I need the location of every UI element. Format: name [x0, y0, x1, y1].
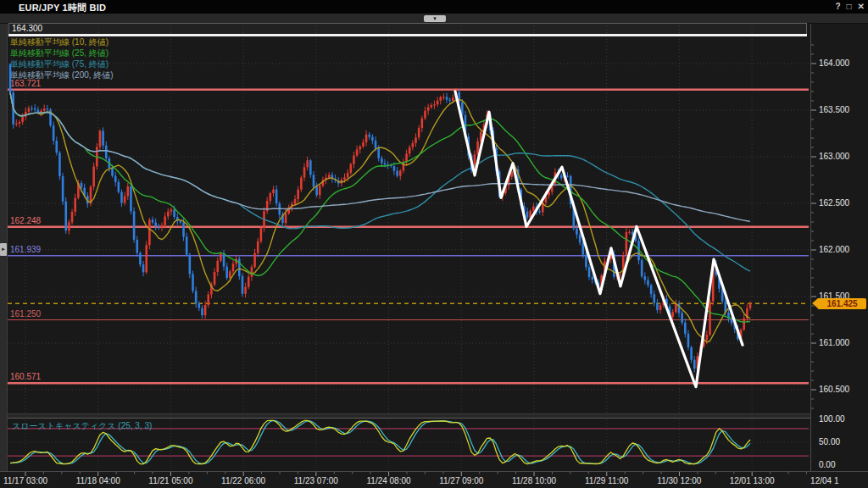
candle [192, 274, 194, 291]
candle [173, 209, 175, 217]
candle [270, 193, 272, 201]
candle [300, 178, 303, 190]
price-line-label-160.571: 160.571 [10, 373, 41, 381]
selected-line-box[interactable]: 164.300 [8, 23, 807, 35]
candle [225, 267, 228, 278]
candle [641, 260, 643, 276]
candle [120, 192, 123, 203]
legend-item-ma10[interactable]: 単純移動平均線 (10, 終値) [10, 37, 108, 47]
candle [731, 319, 733, 323]
candle [223, 253, 225, 266]
maximize-button[interactable]: □ [847, 1, 852, 13]
toolbar-collapse-button[interactable]: ▾ [424, 15, 446, 22]
horizontal-line-164-300[interactable] [8, 34, 807, 36]
candle [21, 117, 24, 122]
candle [687, 334, 690, 347]
candle [285, 214, 287, 223]
candle [114, 176, 117, 182]
candle [260, 228, 263, 241]
candle [251, 267, 253, 277]
candle [415, 137, 417, 143]
candle [650, 286, 653, 295]
candle [92, 167, 95, 187]
candle [207, 295, 209, 305]
candle [15, 124, 18, 125]
close-button[interactable]: ✕ [858, 1, 865, 13]
x-axis-label: 11/21 05:00 [148, 476, 192, 485]
stochastics-legend[interactable]: スローストキャスティクス (25, 3, 3) [12, 420, 152, 432]
candle [439, 97, 442, 101]
legend-item-ma75[interactable]: 単純移動平均線 (75, 終値) [10, 59, 108, 69]
candle [653, 294, 655, 303]
candle [62, 176, 64, 202]
candle [40, 111, 42, 113]
candle [706, 335, 709, 340]
candle [628, 232, 631, 233]
stoch-axis-label: 50.00 [819, 437, 840, 446]
candle [430, 105, 432, 108]
candle [47, 108, 49, 109]
candle [195, 291, 198, 303]
candle [377, 148, 380, 158]
price-line-label-163.721: 163.721 [10, 80, 41, 88]
candle [309, 160, 312, 175]
candle [671, 312, 674, 317]
candle [136, 240, 138, 253]
y-axis-label: 163.000 [819, 152, 849, 161]
candle [111, 168, 114, 176]
candle [709, 302, 711, 335]
time-axis[interactable]: 11/17 03:0011/18 04:0011/21 05:0011/22 0… [0, 471, 868, 488]
y-axis-label: 162.000 [819, 245, 849, 254]
y-axis-label: 160.500 [819, 385, 849, 394]
legend-item-ma25[interactable]: 単純移動平均線 (25, 終値) [10, 48, 108, 58]
candle [743, 318, 745, 330]
candle [148, 219, 151, 245]
candle [446, 97, 448, 99]
candle [164, 217, 166, 225]
candle [424, 111, 426, 119]
candle [28, 108, 31, 112]
candle [448, 100, 451, 101]
current-price-value: 161.425 [818, 298, 866, 309]
candle [142, 264, 145, 272]
candle [399, 170, 402, 175]
candle [690, 347, 693, 360]
candle [350, 164, 353, 173]
candle [306, 160, 309, 167]
price-axis[interactable]: 164.000163.500163.000162.500162.000161.5… [810, 24, 868, 471]
candle [198, 304, 201, 308]
candle [19, 122, 21, 124]
candle [74, 198, 76, 212]
candle [644, 276, 647, 280]
scroll-history-button[interactable]: ▸ [0, 243, 7, 256]
candle [579, 235, 581, 243]
trendline-annotation[interactable] [455, 92, 743, 387]
candle [133, 211, 136, 240]
candle [313, 175, 315, 186]
y-axis-label: 162.500 [819, 198, 849, 208]
window-title: EUR/JPY 1時間 BID [19, 2, 106, 14]
candle [418, 128, 420, 137]
candle [381, 158, 383, 164]
candle [749, 303, 752, 308]
candle [476, 141, 479, 154]
window-controls: ? □ ✕ [835, 1, 865, 13]
candle [37, 110, 40, 113]
price-chart-canvas[interactable] [7, 24, 810, 413]
candle [365, 135, 368, 142]
candle [220, 253, 222, 260]
window-titlebar[interactable]: EUR/JPY 1時間 BID ? □ ✕ [0, 0, 868, 14]
help-button[interactable]: ? [835, 1, 840, 13]
candle [244, 287, 247, 294]
candle [538, 211, 541, 212]
candle [409, 147, 411, 154]
y-axis-label: 161.000 [819, 338, 849, 347]
x-axis-label: 12/01 13:00 [730, 476, 775, 485]
candle [232, 263, 235, 271]
candle [248, 277, 250, 287]
candle [588, 267, 591, 277]
candle [591, 277, 593, 280]
candle [647, 280, 649, 286]
candle [343, 177, 346, 180]
candle [127, 186, 130, 197]
